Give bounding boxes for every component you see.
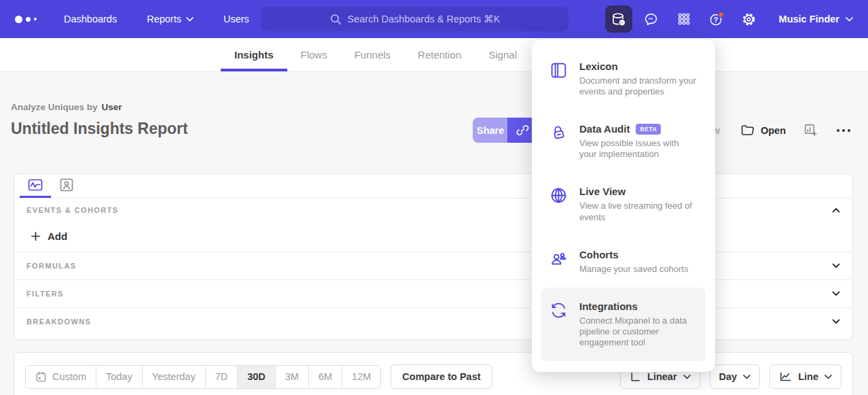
more-options-button[interactable]	[835, 128, 852, 133]
users-view-tab[interactable]	[51, 174, 82, 198]
database-gear-icon	[611, 12, 626, 27]
menu-item-text: Lexicon Document and transform your even…	[579, 61, 696, 97]
section-label: FILTERS	[26, 290, 64, 298]
plus-icon	[31, 231, 41, 241]
range-yesterday[interactable]: Yesterday	[142, 366, 205, 388]
menu-item-cohorts[interactable]: Cohorts Manage your saved cohorts	[541, 236, 706, 288]
menu-item-title: Cohorts	[579, 249, 619, 260]
line-chart-icon	[779, 371, 792, 383]
chevron-down-icon	[846, 17, 853, 22]
chevron-down-icon	[683, 375, 691, 379]
cohorts-people-icon	[549, 250, 568, 268]
chart-type-select[interactable]: Line	[770, 364, 842, 389]
range-today[interactable]: Today	[96, 366, 142, 388]
mixpanel-logo-icon[interactable]	[15, 16, 37, 23]
search-placeholder: Search Dashboards & Reports ⌘K	[348, 14, 501, 24]
tab-retention[interactable]: Retention	[404, 38, 475, 71]
search-icon	[330, 14, 342, 25]
chart-add-icon	[803, 123, 818, 137]
builder-view-tabs	[14, 174, 852, 199]
section-formulas[interactable]: FORMULAS	[14, 252, 852, 279]
add-to-dashboard-button[interactable]	[803, 123, 818, 137]
tab-flows[interactable]: Flows	[287, 38, 341, 71]
lock-icon	[549, 124, 568, 142]
apps-grid-button[interactable]	[670, 5, 698, 33]
section-breakdowns[interactable]: BREAKDOWNS	[14, 307, 852, 335]
menu-item-title: Live View	[579, 186, 626, 197]
menu-item-text: Live View View a live streaming feed of …	[579, 186, 696, 222]
nav-reports-label: Reports	[147, 14, 181, 24]
tab-insights[interactable]: Insights	[221, 38, 287, 71]
chart-controls-bar: Custom Today Yesterday 7D 30D 3M 6M 12M …	[14, 352, 853, 395]
globe-icon	[549, 186, 568, 205]
chevron-down-icon	[832, 291, 840, 296]
menu-item-description: Document and transform your events and p…	[579, 75, 696, 97]
menu-item-text: Data Audit BETA View possible issues wit…	[579, 123, 696, 160]
nav-users[interactable]: Users	[223, 14, 249, 24]
share-split-button: Share	[473, 118, 537, 143]
menu-item-live-view[interactable]: Live View View a live streaming feed of …	[541, 173, 706, 235]
range-7d[interactable]: 7D	[205, 366, 238, 388]
report-subtitle: Analyze Uniques byUser	[11, 102, 122, 112]
top-nav-bar: Dashboards Reports Users Search Dashboar…	[0, 0, 868, 38]
tab-signal[interactable]: Signal	[475, 38, 530, 71]
section-label: FORMULAS	[26, 262, 77, 270]
open-report-button[interactable]: Open	[740, 124, 786, 137]
report-actions: New Open	[700, 118, 852, 143]
chevron-up-icon	[832, 207, 840, 213]
menu-item-lexicon[interactable]: Lexicon Document and transform your even…	[541, 48, 706, 110]
interval-select[interactable]: Day	[710, 364, 761, 389]
apps-grid-icon	[677, 12, 691, 26]
share-button[interactable]: Share	[473, 118, 507, 143]
person-card-icon	[60, 178, 73, 192]
pulse-chart-icon	[28, 178, 43, 192]
data-management-button[interactable]	[605, 5, 632, 33]
section-events-cohorts[interactable]: EVENTS & COHORTS	[14, 199, 852, 221]
data-management-menu: Lexicon Document and transform your even…	[532, 39, 715, 372]
notification-dot	[718, 12, 723, 18]
report-tabs: Insights Flows Funnels Retention Signal …	[0, 38, 868, 72]
analysis-entity[interactable]: User	[102, 102, 122, 112]
range-30d[interactable]: 30D	[237, 366, 275, 388]
menu-item-text: Cohorts Manage your saved cohorts	[579, 249, 688, 275]
range-12m[interactable]: 12M	[342, 366, 380, 388]
search-input[interactable]: Search Dashboards & Reports ⌘K	[261, 7, 568, 31]
chart-type-label: Line	[798, 371, 818, 382]
range-3m[interactable]: 3M	[275, 366, 308, 388]
nav-dashboards[interactable]: Dashboards	[64, 14, 117, 24]
link-icon	[516, 124, 529, 137]
events-view-tab[interactable]	[20, 174, 51, 198]
chevron-down-icon	[832, 319, 840, 324]
chevron-down-icon	[825, 375, 832, 379]
settings-button[interactable]	[736, 5, 763, 33]
help-button[interactable]: ?	[703, 5, 730, 33]
menu-item-description: Manage your saved cohorts	[579, 264, 688, 275]
menu-item-description: Connect Mixpanel to a data pipeline or c…	[579, 315, 696, 348]
project-switcher[interactable]: Music Finder	[779, 14, 853, 24]
menu-item-data-audit[interactable]: Data Audit BETA View possible issues wit…	[541, 110, 706, 173]
page-title[interactable]: Untitled Insights Report	[11, 120, 188, 138]
chevron-down-icon	[743, 375, 751, 379]
axis-icon	[630, 371, 641, 383]
app-window: Dashboards Reports Users Search Dashboar…	[0, 0, 868, 395]
range-custom[interactable]: Custom	[26, 366, 96, 388]
tab-funnels[interactable]: Funnels	[341, 38, 404, 71]
subtitle-prefix: Analyze Uniques by	[11, 102, 98, 112]
beta-badge: BETA	[636, 124, 661, 135]
add-event-button[interactable]: Add	[24, 226, 74, 246]
project-name: Music Finder	[779, 14, 839, 24]
menu-item-integrations[interactable]: Integrations Connect Mixpanel to a data …	[541, 288, 706, 361]
range-6m[interactable]: 6M	[308, 366, 342, 388]
open-label: Open	[761, 125, 786, 136]
menu-item-text: Integrations Connect Mixpanel to a data …	[579, 300, 696, 348]
primary-nav: Dashboards Reports Users	[64, 14, 249, 24]
section-filters[interactable]: FILTERS	[14, 279, 852, 307]
nav-reports[interactable]: Reports	[147, 14, 194, 24]
range-label: Custom	[52, 371, 86, 382]
chevron-down-icon	[832, 263, 840, 269]
menu-item-title: Integrations	[579, 300, 638, 312]
messages-button[interactable]	[638, 5, 665, 33]
lexicon-book-icon	[549, 61, 568, 80]
compare-to-past-button[interactable]: Compare to Past	[391, 364, 492, 389]
more-dots-icon	[835, 128, 852, 133]
